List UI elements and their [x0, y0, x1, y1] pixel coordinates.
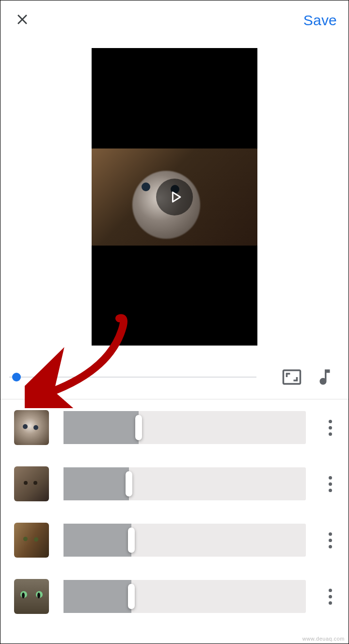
- play-icon: [167, 189, 184, 205]
- music-button[interactable]: [313, 365, 337, 389]
- close-button[interactable]: [14, 11, 31, 30]
- clip-more-button[interactable]: [320, 589, 340, 605]
- clip-more-button[interactable]: [320, 420, 340, 436]
- aspect-ratio-button[interactable]: [280, 365, 304, 389]
- clip-fill: [63, 411, 139, 444]
- clip-duration-bar[interactable]: [63, 524, 306, 557]
- video-frame[interactable]: [92, 48, 257, 346]
- clip-fill: [63, 524, 131, 557]
- clip-more-button[interactable]: [320, 532, 340, 548]
- clip-trim-handle[interactable]: [128, 584, 135, 609]
- clip-fill: [63, 467, 129, 500]
- clip-duration-bar[interactable]: [63, 411, 306, 444]
- playback-controls-row: [0, 346, 349, 399]
- clip-row: [14, 512, 340, 568]
- play-button[interactable]: [156, 179, 193, 215]
- clip-thumbnail[interactable]: [14, 523, 49, 558]
- clip-thumbnail[interactable]: [14, 466, 49, 501]
- playback-timeline[interactable]: [9, 372, 256, 382]
- clip-fill: [63, 580, 131, 613]
- clip-row: [14, 399, 340, 456]
- clip-trim-handle[interactable]: [126, 471, 132, 496]
- clip-thumbnail[interactable]: [14, 410, 49, 445]
- music-note-icon: [315, 367, 335, 387]
- watermark-text: www.deuaq.com: [302, 636, 345, 642]
- video-preview-area: [0, 36, 349, 346]
- clip-list: [0, 399, 349, 625]
- clip-trim-handle[interactable]: [135, 415, 142, 440]
- close-icon: [14, 11, 31, 28]
- clip-duration-bar[interactable]: [63, 467, 306, 500]
- clip-duration-bar[interactable]: [63, 580, 306, 613]
- clip-row: [14, 568, 340, 625]
- editor-header: Save: [0, 0, 349, 36]
- timeline-handle[interactable]: [12, 373, 21, 381]
- timeline-track: [9, 377, 256, 378]
- aspect-ratio-icon: [282, 367, 302, 387]
- save-button[interactable]: Save: [303, 12, 337, 29]
- clip-more-button[interactable]: [320, 476, 340, 492]
- clip-row: [14, 456, 340, 512]
- clip-trim-handle[interactable]: [128, 528, 135, 553]
- clip-thumbnail[interactable]: [14, 579, 49, 614]
